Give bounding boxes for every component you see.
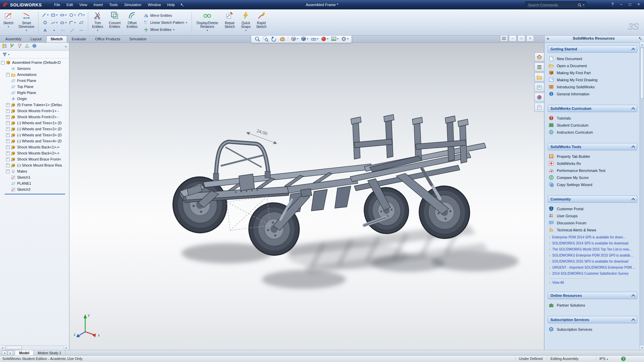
view-orientation-button[interactable]: ▾ [289,36,299,42]
minimize-button[interactable]: − [617,1,625,7]
tree-item-assembled-frame[interactable]: −Assembled Frame (Default<D [0,59,69,65]
task-pane-scrollbar[interactable]: ▲ ▼ [640,42,644,350]
task-tab-design-library[interactable] [534,62,544,72]
scroll-up-icon[interactable]: ▲ [640,42,644,47]
collapse-chevron-icon[interactable] [631,294,635,298]
convert-entities-button[interactable]: Convert Entities [106,10,124,35]
caret-down-icon[interactable]: ▾ [245,29,247,32]
caret-down-icon[interactable]: ▾ [26,29,27,32]
item-open-document[interactable]: Open a Document [548,62,637,69]
scrollbar-thumb[interactable] [640,48,644,99]
item-introducing-solidworks[interactable]: Introducing SolidWorks [548,83,637,90]
tool-point[interactable] [50,27,59,34]
search-caret-icon[interactable]: ▾ [583,4,584,6]
search-input[interactable] [527,3,576,7]
item-property-tab-builder[interactable]: Property Tab Builder [548,153,637,160]
move-entities-button[interactable]: Move Entities ▾ [143,27,188,33]
task-tab-resources[interactable] [534,52,544,61]
expander-icon[interactable]: + [6,133,10,137]
edit-appearance-button[interactable]: ▾ [320,36,329,42]
tree-item-shock-mounts-front-2[interactable]: +Shock Mounts Front<2> - [0,114,69,120]
section-header-subscription[interactable]: Subscription Services [548,316,637,323]
tree-item-wheels-tires-2[interactable]: +(-) Wheels and Tires<2> (D [0,126,69,132]
manager-tabs-more-icon[interactable]: » [65,44,67,48]
caret-down-icon[interactable]: ▾ [8,26,9,28]
collapse-chevron-icon[interactable] [631,107,635,111]
item-discussion-forum[interactable]: Discussion Forum [548,219,637,226]
menu-window[interactable]: Window [145,1,164,8]
section-header-tools[interactable]: SolidWorks Tools [548,143,637,150]
hide-show-items-button[interactable]: ▾ [310,36,319,42]
tree-item-sketch1[interactable]: Sketch1 [0,174,69,180]
tree-item-mates[interactable]: +Mates [0,168,69,174]
item-first-drawing[interactable]: Making My First Drawing [548,76,637,83]
tab-office-products[interactable]: Office Products [91,36,125,42]
quick-snaps-button[interactable]: Quick Snaps ▾ [238,10,254,35]
smart-dimension-button[interactable]: Smart Dimension ▾ [16,10,37,35]
caret-down-icon[interactable]: ▾ [83,14,85,16]
scroll-right-icon[interactable]: ► [64,346,69,350]
tool-line[interactable]: ▾ [41,11,50,19]
tool-spline[interactable]: ▾ [50,19,59,27]
caret-down-icon[interactable]: ▾ [347,38,348,40]
caret-down-icon[interactable]: ▾ [186,21,187,24]
section-header-curriculum[interactable]: SolidWorks Curriculum [548,105,637,112]
news-link[interactable]: ›The SOLIDWORKS World 2015 Top Ten List … [549,247,637,252]
expander-icon[interactable]: + [6,121,10,125]
chassis-model[interactable]: 24.00 [69,42,544,350]
tool-rectangle[interactable]: ▾ [50,11,59,19]
menu-help[interactable]: Help [164,1,178,8]
item-copy-settings-wizard[interactable]: Copy Settings Wizard [548,181,637,188]
units-caret-icon[interactable]: ▴ [607,358,608,360]
tool-text[interactable] [41,27,50,34]
task-tab-appearances[interactable] [534,93,544,102]
caret-down-icon[interactable]: ▾ [173,29,174,31]
tree-item-shock-mounts-back-1[interactable]: +Shock Mounts Back<1>-> [0,144,69,150]
caret-down-icon[interactable]: ▾ [47,14,48,16]
tree-item-origin[interactable]: Origin [0,96,69,102]
view-all-link[interactable]: ›View All [549,278,590,284]
view-settings-button[interactable]: ▾ [340,36,350,42]
expander-icon[interactable]: + [6,145,10,149]
expander-icon[interactable]: + [6,103,10,107]
expander-icon[interactable]: + [6,115,10,119]
news-link[interactable]: ›SOLIDWORKS 2014 SP5 is available for do… [549,241,637,245]
trim-entities-button[interactable]: Trim Entities ▾ [90,10,106,35]
doc-tile-button[interactable] [500,35,508,42]
item-tutorials[interactable]: Tutorials [548,115,637,122]
caret-down-icon[interactable]: ▾ [56,14,57,16]
configuration-manager-tab-icon[interactable] [17,43,22,50]
linear-sketch-pattern-button[interactable]: Linear Sketch Pattern ▾ [143,20,188,26]
tab-layout[interactable]: Layout [26,36,46,42]
caret-down-icon[interactable]: ▾ [74,14,75,16]
caret-down-icon[interactable]: ▾ [337,38,338,40]
zoom-to-fit-button[interactable] [253,36,261,42]
help-status-icon[interactable] [618,357,626,361]
expander-icon[interactable]: + [6,73,10,77]
expander-icon[interactable]: − [1,61,5,64]
item-partner-solutions[interactable]: Partner Solutions [548,302,637,309]
caret-down-icon[interactable]: ▾ [207,29,208,32]
roll-hoop[interactable] [213,142,270,180]
menu-edit[interactable]: Edit [63,1,76,8]
item-instructors-curriculum[interactable]: Instructors Curriculum [548,129,637,136]
graphics-area[interactable]: 24.00 y x z [69,42,544,350]
tree-item-right-plane[interactable]: Right Plane [0,90,69,96]
item-customer-portal[interactable]: Customer Portal [548,205,637,212]
tab-scroll-left-icon[interactable]: ◄ [2,351,7,355]
caret-down-icon[interactable]: ▾ [56,21,57,24]
feature-manager-tab-icon[interactable] [2,43,7,50]
item-general-information[interactable]: General Information [548,90,637,97]
tree-item-wheels-tires-3[interactable]: +(-) Wheels and Tires<3> (D [0,132,69,138]
expander-icon[interactable]: + [6,157,10,161]
section-header-community[interactable]: Community [548,195,637,203]
tree-item-annotations[interactable]: +Annotations [0,72,69,78]
news-link[interactable]: ›Enterprise PDM 2014 SP5 is available fo… [549,235,637,239]
collapse-chevron-icon[interactable] [631,145,635,149]
menu-view[interactable]: View [76,1,90,8]
expander-icon[interactable]: + [6,170,10,173]
units-selector[interactable]: IPS ▴ [596,357,608,361]
item-user-groups[interactable]: User Groups [548,212,637,219]
tool-plane[interactable] [77,19,86,27]
dimxpert-manager-tab-icon[interactable] [24,43,30,50]
